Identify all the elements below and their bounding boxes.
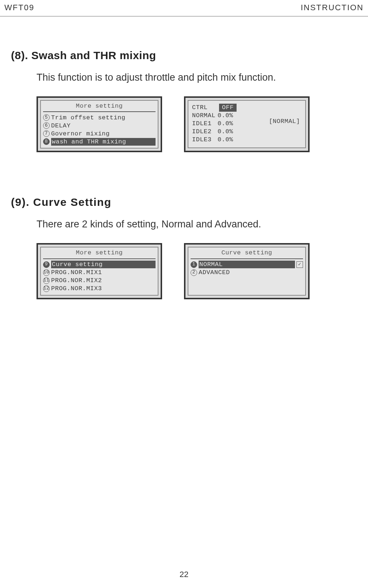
lcd-curve-setting: Curve setting 1 NORMAL ✓ 2 ADVANCED — [184, 243, 310, 299]
section9-body: There are 2 kinds of setting, Normal and… — [37, 219, 357, 230]
lcd-swash-thr-values: CTRL OFF NORMAL 0.0% IDLE1 0.0% IDLE2 0.… — [184, 96, 310, 152]
item-label: PROG.NOR.MIX3 — [51, 285, 102, 292]
item-label: NORMAL — [199, 261, 295, 268]
item-number-icon: 2 — [191, 269, 197, 276]
item-label: PROG.NOR.MIX1 — [51, 269, 102, 276]
item-label: Governor mixing — [51, 130, 110, 138]
page-header: WFT09 INSTRUCTION — [0, 0, 368, 16]
item-label: PROG.NOR.MIX2 — [51, 277, 102, 284]
lcd-title: More setting — [43, 249, 156, 257]
list-item: 10 PROG.NOR.MIX1 — [43, 269, 156, 277]
ctrl-value-badge: OFF — [219, 104, 237, 111]
item-number-icon: 1 — [191, 261, 197, 268]
row-label: NORMAL — [192, 112, 218, 119]
page-number: 22 — [0, 570, 368, 579]
row-label: IDLE1 — [192, 120, 218, 127]
list-item: 2 ADVANCED — [191, 269, 303, 277]
item-number-icon: 10 — [43, 269, 50, 276]
list-item-selected: 9 Curve setting — [43, 261, 156, 269]
item-number-icon: 5 — [43, 114, 50, 121]
list-item: 12 PROG.NOR.MIX3 — [43, 285, 156, 293]
lcd-title: Curve setting — [191, 249, 303, 257]
item-label: ADVANCED — [199, 269, 303, 276]
checkbox-icon: ✓ — [296, 261, 303, 268]
mode-tag: [NORMAL] — [269, 118, 300, 125]
section9-heading: (9). Curve Setting — [11, 196, 357, 208]
item-label: Curve setting — [51, 261, 156, 268]
row-value: 0.0% — [218, 120, 239, 127]
item-number-icon: 7 — [43, 130, 50, 137]
item-number-icon: 11 — [43, 277, 50, 284]
item-number-icon: 9 — [43, 261, 50, 268]
section9-screens: More setting 9 Curve setting 10 PROG.NOR… — [37, 243, 357, 299]
ctrl-label: CTRL — [192, 104, 218, 111]
item-number-icon: 12 — [43, 285, 50, 292]
list-item-selected: 8 wash and THR mixing — [43, 138, 156, 146]
row-value: 0.0% — [218, 136, 239, 143]
list-item: 7 Governor mixing — [43, 130, 156, 138]
list-item: 11 PROG.NOR.MIX2 — [43, 277, 156, 285]
list-item-selected: 1 NORMAL ✓ — [191, 261, 303, 269]
lcd-title: More setting — [43, 102, 156, 110]
row-label: IDLE3 — [192, 136, 218, 143]
item-number-icon: 8 — [43, 138, 50, 145]
row-value: 0.0% — [218, 128, 239, 135]
value-row: IDLE3 0.0% — [192, 136, 302, 144]
item-number-icon: 6 — [43, 122, 50, 129]
header-right: INSTRUCTION — [301, 3, 364, 12]
section8-heading: (8). Swash and THR mixing — [11, 49, 357, 62]
list-item: 6 DELAY — [43, 122, 156, 130]
row-label: IDLE2 — [192, 128, 218, 135]
item-label: DELAY — [51, 122, 71, 130]
item-label: wash and THR mixing — [51, 138, 156, 146]
item-label: Trim offset setting — [51, 114, 125, 122]
section8-body: This function is to adjust throttle and … — [37, 72, 357, 83]
lcd-more-setting-8: More setting 5 Trim offset setting 6 DEL… — [37, 96, 162, 152]
lcd-more-setting-9: More setting 9 Curve setting 10 PROG.NOR… — [37, 243, 162, 299]
value-row: IDLE2 0.0% — [192, 128, 302, 136]
section8-screens: More setting 5 Trim offset setting 6 DEL… — [37, 96, 357, 152]
list-item: 5 Trim offset setting — [43, 114, 156, 122]
row-value: 0.0% — [218, 112, 239, 119]
ctrl-row: CTRL OFF — [192, 104, 302, 112]
page-content: (8). Swash and THR mixing This function … — [0, 16, 368, 299]
header-left: WFT09 — [4, 3, 34, 12]
